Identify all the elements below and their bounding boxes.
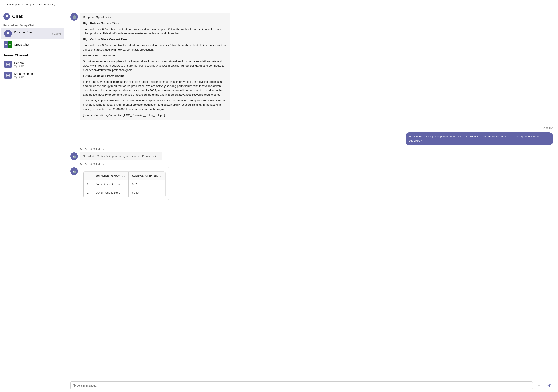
- teams-channel-header: Teams Channel: [0, 50, 65, 59]
- svg-point-4: [7, 75, 9, 76]
- table-body: 0 Snowtires Autom... 5.2 1 Other Supplie…: [84, 180, 165, 197]
- general-channel-icon: [4, 61, 12, 68]
- bot-time-typing: 6:22 PM: [90, 148, 100, 151]
- bot-time-table: 6:22 PM: [90, 163, 100, 166]
- typing-bubble: Snowflake Cortex AI is generating a resp…: [80, 152, 162, 160]
- msg-carbon-body: Tires with over 30% carbon black content…: [83, 43, 227, 52]
- group-chat-info: Group Chat: [14, 43, 61, 46]
- msg-high-rubber-body: Tires with over 60% rubber content are p…: [83, 27, 227, 36]
- col-vendor-header: SUPPLIER_VENDOR...: [92, 172, 129, 180]
- personal-group-chat-label: Personal and Group Chat: [0, 22, 65, 28]
- msg-carbon-title: High Carbon Black Content Tires: [83, 37, 227, 42]
- msg-source: [Source: Snowtires_Automotive_ESG_Recycl…: [83, 113, 227, 117]
- msg-community-body: Community ImpactSnowtires Automotive bel…: [83, 98, 227, 111]
- sidebar-item-announcements[interactable]: Announcements My Team: [1, 70, 64, 81]
- general-channel-info: General My Team: [14, 61, 61, 68]
- pin-icon: ⬆: [32, 3, 35, 6]
- bot-message-typing: Test Bot 6:22 PM ··· 🤖 Snowflake Cortex …: [70, 148, 230, 160]
- bot-avatar-1: 🤖: [70, 13, 78, 21]
- bot-avatar-typing: 🤖: [70, 152, 78, 160]
- msg-future-body: In the future, we aim to increase the re…: [83, 80, 227, 97]
- col-index-header: [84, 172, 92, 180]
- bot-avatar-table: 🤖: [70, 167, 78, 175]
- bot-message-recycling: 🤖 Recycling Specifications High Rubber C…: [70, 13, 230, 120]
- dots-text: ...: [550, 122, 553, 126]
- personal-chat-preview: ...: [14, 34, 50, 37]
- general-channel-name: General: [14, 61, 61, 65]
- group-chat-avatar: MB AV: [4, 41, 12, 48]
- row1-vendor: Other Suppliers: [92, 189, 129, 197]
- svg-rect-1: [7, 63, 9, 66]
- add-attachment-button[interactable]: +: [535, 382, 543, 389]
- user-bubble-shipping: What is the average shipping time for ti…: [406, 132, 553, 145]
- msg-future-title: Future Goals and Partnerships: [83, 74, 227, 78]
- general-channel-sub: My Team: [14, 65, 61, 68]
- message-input[interactable]: [70, 382, 533, 390]
- user-message-shipping: What is the average shipping time for ti…: [70, 132, 553, 145]
- row0-index: 0: [84, 180, 92, 189]
- col-shipping-header: AVERAGE_SHIPPIN...: [129, 172, 165, 180]
- sidebar-item-personal-chat[interactable]: Personal Chat ... 6:22 PM: [1, 28, 64, 39]
- announcements-channel-info: Announcements My Team: [14, 72, 61, 78]
- bot-bubble-table: SUPPLIER_VENDOR... AVERAGE_SHIPPIN... 0 …: [80, 167, 169, 200]
- row1-shipping: 6.43: [129, 189, 165, 197]
- chat-header-icon: ☰: [3, 13, 10, 20]
- msg-high-rubber-title: High Rubber Content Tires: [83, 21, 227, 25]
- table-header-row: SUPPLIER_VENDOR... AVERAGE_SHIPPIN...: [84, 172, 165, 180]
- content-area: 🤖 Recycling Specifications High Rubber C…: [65, 9, 558, 392]
- row1-index: 1: [84, 189, 92, 197]
- svg-rect-3: [7, 74, 9, 77]
- sidebar-item-general[interactable]: General My Team: [1, 59, 64, 70]
- bot-sender-typing: Test Bot: [80, 148, 89, 151]
- bot-ellipsis-typing[interactable]: ···: [102, 148, 104, 151]
- bot-meta-typing: Test Bot 6:22 PM ···: [80, 148, 104, 151]
- announcements-channel-icon: [4, 72, 12, 79]
- dots-row: ...: [550, 122, 553, 126]
- bot-message-row: 🤖 Recycling Specifications High Rubber C…: [70, 13, 230, 120]
- bot-row-table: 🤖 SUPPLIER_VENDOR... AVERAGE_SHIPPIN...: [70, 167, 169, 200]
- bot-row-typing: 🤖 Snowflake Cortex AI is generating a re…: [70, 152, 162, 160]
- announcements-channel-name: Announcements: [14, 72, 61, 76]
- bot-ellipsis-table[interactable]: ···: [102, 163, 104, 166]
- shipping-table: SUPPLIER_VENDOR... AVERAGE_SHIPPIN... 0 …: [83, 172, 165, 198]
- announcements-channel-sub: My Team: [14, 76, 61, 78]
- bot-message-table: Test Bot 6:22 PM ··· 🤖 SUPPLIER_VEN: [70, 163, 230, 200]
- sidebar: ☰ Chat Personal and Group Chat Personal …: [0, 9, 65, 392]
- bot-sender-table: Test Bot: [80, 163, 89, 166]
- table-row: 0 Snowtires Autom... 5.2: [84, 180, 165, 189]
- app-title: Teams App Test Tool: [3, 3, 28, 6]
- messages-container: 🤖 Recycling Specifications High Rubber C…: [65, 9, 558, 379]
- personal-chat-info: Personal Chat ...: [14, 31, 50, 37]
- main-layout: ☰ Chat Personal and Group Chat Personal …: [0, 9, 558, 392]
- personal-chat-name: Personal Chat: [14, 31, 50, 34]
- message-input-area: +: [65, 379, 558, 392]
- user-dots-message: ... 6:22 PM: [70, 122, 553, 130]
- bot-bubble-recycling: Recycling Specifications High Rubber Con…: [80, 13, 230, 120]
- group-avatar-1: MB: [4, 41, 8, 48]
- table-row: 1 Other Suppliers 6.43: [84, 189, 165, 197]
- msg-regulatory-title: Regulatory Compliance: [83, 53, 227, 58]
- top-bar: Teams App Test Tool | ⬆ Mock an Activity: [0, 0, 558, 9]
- data-table-wrapper: SUPPLIER_VENDOR... AVERAGE_SHIPPIN... 0 …: [83, 171, 166, 198]
- personal-chat-time: 6:22 PM: [52, 32, 61, 35]
- group-chat-name: Group Chat: [14, 43, 61, 46]
- dots-time: 6:22 PM: [543, 127, 553, 130]
- row0-vendor: Snowtires Autom...: [92, 180, 129, 189]
- send-button[interactable]: [545, 382, 553, 389]
- separator: |: [30, 3, 31, 6]
- group-avatar-2: AV: [8, 41, 12, 48]
- sidebar-header: ☰ Chat: [0, 9, 65, 22]
- svg-point-2: [7, 64, 9, 65]
- sidebar-item-group-chat[interactable]: MB AV Group Chat: [1, 39, 64, 50]
- mock-activity-label[interactable]: Mock an Activity: [35, 3, 55, 6]
- msg-regulatory-body: Snowtires Automotive complies with all r…: [83, 59, 227, 72]
- row0-shipping: 5.2: [129, 180, 165, 189]
- bot-meta-table: Test Bot 6:22 PM ···: [80, 163, 104, 166]
- msg-recycling-specs: Recycling Specifications: [83, 15, 227, 19]
- sidebar-title: Chat: [12, 14, 23, 19]
- personal-chat-avatar: [4, 30, 12, 37]
- table-head: SUPPLIER_VENDOR... AVERAGE_SHIPPIN...: [84, 172, 165, 180]
